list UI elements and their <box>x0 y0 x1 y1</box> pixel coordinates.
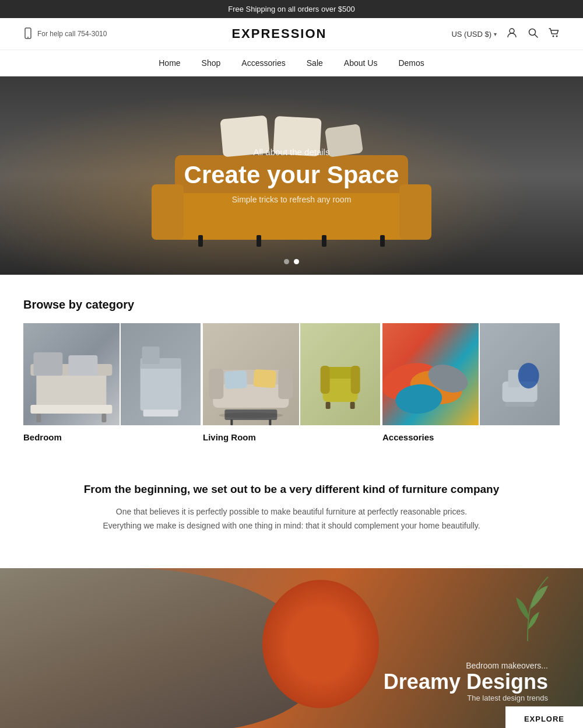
svg-rect-7 <box>36 370 106 411</box>
svg-point-1 <box>27 37 29 38</box>
svg-point-3 <box>529 29 536 35</box>
hero2-subtitle: Bedroom makeovers... <box>384 661 548 670</box>
top-banner: Free Shipping on all orders over $500 <box>0 0 583 18</box>
categories-section: Browse by category <box>0 275 583 454</box>
header-left: For help call 754-3010 <box>23 27 107 41</box>
accessories-images <box>382 323 560 425</box>
svg-rect-23 <box>253 369 276 388</box>
bedroom-images <box>23 323 201 425</box>
phone-icon <box>23 27 33 41</box>
sofa-leg-1 <box>198 235 203 247</box>
living-room-image-1 <box>203 323 299 425</box>
hero2-title: Dreamy Designs <box>384 670 548 694</box>
hero2-banner: Bedroom makeovers... Dreamy Designs The … <box>0 568 583 728</box>
svg-rect-30 <box>320 366 329 394</box>
svg-rect-31 <box>350 366 360 394</box>
hero-subtitle: All about the details <box>184 147 399 157</box>
svg-rect-32 <box>325 402 330 409</box>
header: For help call 754-3010 EXPRESSION US (US… <box>0 18 583 50</box>
svg-rect-13 <box>101 414 106 422</box>
svg-point-6 <box>556 35 558 37</box>
svg-point-27 <box>219 412 283 418</box>
sofa-arm-right <box>399 184 431 240</box>
hero-title: Create your Space <box>184 162 399 188</box>
nav-item-shop[interactable]: Shop <box>202 58 221 68</box>
svg-rect-26 <box>269 419 271 425</box>
accessories-image-2 <box>480 323 560 425</box>
company-statement: From the beginning, we set out to be a v… <box>0 454 583 562</box>
svg-rect-33 <box>350 402 354 409</box>
svg-rect-11 <box>30 405 112 414</box>
svg-line-4 <box>535 34 538 37</box>
company-paragraph-1: One that believes it is perfectly possib… <box>47 505 536 519</box>
svg-rect-20 <box>209 369 223 399</box>
nav-item-accessories[interactable]: Accessories <box>241 58 285 68</box>
cart-icon[interactable] <box>548 27 560 41</box>
svg-rect-25 <box>230 419 233 425</box>
categories-title: Browse by category <box>23 298 560 312</box>
sofa-leg-4 <box>380 235 385 247</box>
living-room-label: Living Room <box>203 432 380 442</box>
svg-rect-41 <box>505 402 534 407</box>
nav-item-sale[interactable]: Sale <box>307 58 323 68</box>
category-living-room[interactable]: Living Room <box>203 323 380 442</box>
svg-rect-21 <box>278 369 293 399</box>
hero2-description: The latest design trends <box>384 694 548 702</box>
main-nav: Home Shop Accessories Sale About Us Demo… <box>0 50 583 76</box>
currency-chevron: ▾ <box>494 31 497 37</box>
hero-content: All about the details Create your Space … <box>184 147 399 204</box>
explore-button[interactable]: EXPLORE <box>505 706 583 728</box>
phone-label: For help call 754-3010 <box>37 30 107 38</box>
nav-item-about[interactable]: About Us <box>344 58 378 68</box>
hero2-content: Bedroom makeovers... Dreamy Designs The … <box>384 661 548 702</box>
banner-text: Free Shipping on all orders over $500 <box>228 5 355 13</box>
living-room-images <box>203 323 380 425</box>
hero-banner: All about the details Create your Space … <box>0 76 583 275</box>
hero-description: Simple tricks to refresh any room <box>184 195 399 204</box>
living-room-image-2 <box>300 323 380 425</box>
company-heading: From the beginning, we set out to be a v… <box>47 483 536 496</box>
sofa-leg-2 <box>257 235 261 247</box>
accessories-image-1 <box>382 323 479 425</box>
bedroom-image-2 <box>121 323 201 425</box>
svg-rect-12 <box>36 414 41 422</box>
orange-shape <box>262 580 379 708</box>
sofa-arm-left <box>152 184 184 240</box>
header-right: US (USD $) ▾ <box>451 27 560 41</box>
bedroom-image-1 <box>23 323 120 425</box>
svg-rect-17 <box>143 410 178 416</box>
search-icon[interactable] <box>527 27 539 41</box>
hero-dot-1[interactable] <box>284 259 289 264</box>
hero2-button-area: EXPLORE <box>505 706 583 728</box>
svg-rect-10 <box>68 355 97 376</box>
svg-rect-22 <box>224 370 248 389</box>
svg-point-2 <box>510 29 514 33</box>
hero-dot-2[interactable] <box>294 259 299 264</box>
currency-selector[interactable]: US (USD $) ▾ <box>451 30 497 38</box>
svg-rect-39 <box>508 370 519 387</box>
hero-dots <box>284 259 299 264</box>
category-bedroom[interactable]: Bedroom <box>23 323 201 442</box>
company-paragraph-2: Everything we make is designed with one … <box>47 519 536 533</box>
accessories-label: Accessories <box>382 432 560 442</box>
svg-point-40 <box>518 363 539 388</box>
nav-item-demos[interactable]: Demos <box>398 58 424 68</box>
categories-grid: Bedroom <box>23 323 560 442</box>
nav-item-home[interactable]: Home <box>159 58 180 68</box>
sofa-leg-3 <box>322 235 326 247</box>
user-icon[interactable] <box>506 27 518 41</box>
svg-point-5 <box>553 35 554 37</box>
category-accessories[interactable]: Accessories <box>382 323 560 442</box>
svg-rect-16 <box>142 346 159 364</box>
currency-label: US (USD $) <box>451 30 491 38</box>
svg-rect-9 <box>33 352 62 376</box>
svg-rect-14 <box>140 364 181 411</box>
plant-icon <box>501 571 554 647</box>
bedroom-label: Bedroom <box>23 432 201 442</box>
site-logo[interactable]: EXPRESSION <box>231 26 326 41</box>
